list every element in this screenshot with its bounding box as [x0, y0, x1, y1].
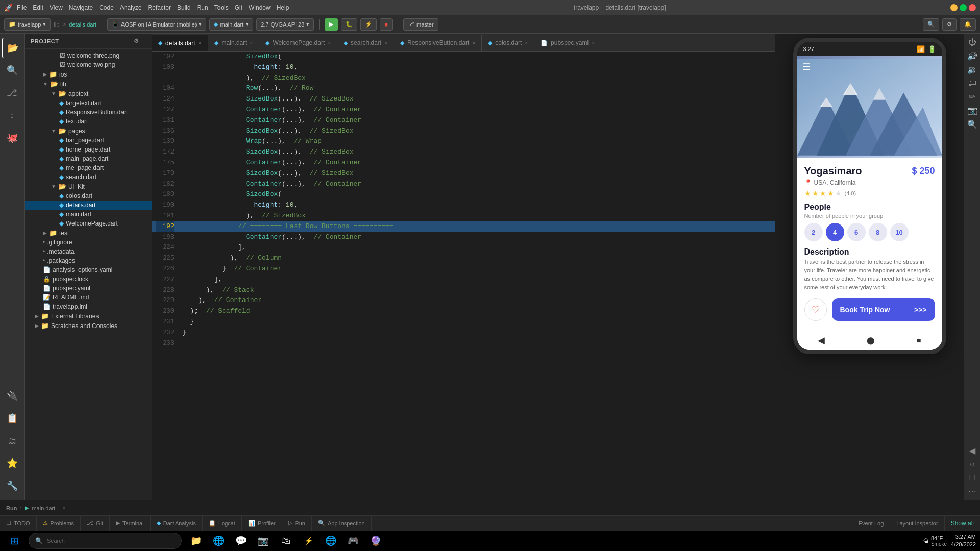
file-home-page[interactable]: ◆ home_page.dart [24, 145, 152, 154]
activity-pull-requests[interactable]: ↕ [2, 105, 22, 126]
taskbar-file-explorer[interactable]: 📁 [186, 533, 206, 549]
back-icon[interactable]: ◀ [969, 446, 975, 456]
tab-git[interactable]: ⎇ Git [81, 516, 110, 531]
tab-search[interactable]: ◆ search.dart × [337, 35, 394, 51]
phone-home-button[interactable]: ⬤ [867, 336, 875, 344]
file-text[interactable]: ◆ text.dart [24, 117, 152, 126]
activity-structure[interactable]: 🗂 [2, 431, 22, 451]
camera-icon[interactable]: 📷 [967, 106, 977, 115]
menu-analyze[interactable]: Analyze [120, 4, 142, 11]
taskbar-camera[interactable]: 📷 [253, 533, 274, 549]
people-btn-10[interactable]: 10 [890, 223, 909, 241]
file-main[interactable]: ◆ main.dart [24, 210, 152, 219]
tab-close-pubspec[interactable]: × [592, 40, 595, 46]
folder-external-libraries[interactable]: ▶ 📁 External Libraries [24, 311, 152, 321]
taskbar-intellij[interactable]: ⚡ [298, 533, 318, 549]
notifications-button[interactable]: 🔔 [960, 18, 976, 31]
tab-close-responsive[interactable]: × [472, 40, 475, 46]
code-editor[interactable]: 102 SizedBox( 103 height: 10, ), // Size… [152, 52, 775, 500]
menu-git[interactable]: Git [235, 4, 242, 11]
circle-icon[interactable]: ○ [970, 460, 975, 469]
activity-explorer[interactable]: 📂 [2, 38, 22, 58]
main-dart-selector[interactable]: ◆ main.dart ▾ [209, 18, 253, 31]
zoom-in-icon[interactable]: 🔍 [967, 119, 977, 129]
settings-button[interactable]: ⚙ [942, 18, 957, 31]
file-search-dart[interactable]: ◆ search.dart [24, 172, 152, 182]
people-btn-4[interactable]: 4 [826, 223, 844, 241]
more-icon[interactable]: ⋯ [968, 486, 976, 496]
folder-scratches[interactable]: ▶ 📁 Scratches and Consoles [24, 321, 152, 331]
tab-terminal[interactable]: ▶ Terminal [110, 516, 151, 531]
file-travelapp-iml[interactable]: 📄 travelapp.iml [24, 302, 152, 311]
tab-layout-inspector[interactable]: Layout Inspector [890, 516, 944, 531]
tab-dart-analysis[interactable]: ◆ Dart Analysis [151, 516, 203, 531]
folder-apptext[interactable]: ▼ 📂 apptext [24, 89, 152, 98]
square-icon[interactable]: □ [970, 473, 975, 482]
file-welcome-two[interactable]: 🖼 welcome-two.png [24, 60, 152, 69]
app-hamburger-icon[interactable]: ☰ [802, 61, 811, 72]
debug-button[interactable]: 🐛 [341, 18, 357, 31]
start-button[interactable]: ⊞ [4, 533, 24, 549]
folder-lib[interactable]: ▼ 📂 lib [24, 79, 152, 89]
menu-view[interactable]: View [50, 4, 63, 11]
taskbar-edge[interactable]: 🌐 [208, 533, 229, 549]
tab-colos[interactable]: ◆ colos.dart × [482, 35, 534, 51]
menu-refactor[interactable]: Refactor [148, 4, 171, 11]
tab-close-search[interactable]: × [384, 40, 387, 46]
activity-project-manager[interactable]: 📋 [2, 408, 22, 429]
menu-file[interactable]: File [17, 4, 27, 11]
tab-close-welcome[interactable]: × [328, 40, 331, 46]
people-btn-6[interactable]: 6 [847, 223, 866, 241]
device-selector[interactable]: 📱 AOSP on IA Emulator (mobile) ▾ [107, 18, 206, 31]
tab-event-log[interactable]: Event Log [852, 516, 891, 531]
taskbar-chrome[interactable]: 🌐 [321, 533, 341, 549]
file-responsivebutton[interactable]: ◆ ResponsiveButton.dart [24, 108, 152, 117]
menu-window[interactable]: Window [249, 4, 271, 11]
file-details-active[interactable]: ◆ details.dart [24, 201, 152, 210]
minimize-button[interactable] [950, 4, 958, 11]
taskbar-search-bar[interactable]: 🔍 Search [29, 533, 182, 549]
tab-run[interactable]: ▷ Run [282, 516, 312, 531]
volume-down-icon[interactable]: 🔉 [967, 65, 977, 74]
tab-profiler[interactable]: 📊 Profiler [242, 516, 282, 531]
tab-main-dart[interactable]: ◆ main.dart × [208, 35, 260, 51]
file-readme[interactable]: 📝 README.md [24, 293, 152, 302]
folder-ios[interactable]: ▶ 📁 ios [24, 69, 152, 79]
activity-build-variants[interactable]: 🔧 [2, 475, 22, 496]
book-trip-button[interactable]: Book Trip Now >>> [832, 298, 935, 321]
phone-recents-button[interactable]: ■ [917, 336, 921, 344]
file-pubspec-yaml[interactable]: 📄 pubspec.yaml [24, 284, 152, 293]
tab-close-colos[interactable]: × [525, 40, 528, 46]
close-run-icon[interactable]: × [62, 505, 65, 511]
file-packages[interactable]: • .packages [24, 256, 152, 265]
taskbar-clock[interactable]: 3:27 AM 4/20/2022 [951, 533, 976, 549]
menu-run[interactable]: Run [197, 4, 208, 11]
people-btn-8[interactable]: 8 [869, 223, 887, 241]
folder-ui-kit[interactable]: ▼ 📂 Ui_Kit [24, 182, 152, 191]
tab-problems[interactable]: ⚠ Problems [37, 516, 81, 531]
folder-pages[interactable]: ▼ 📂 pages [24, 126, 152, 136]
menu-code[interactable]: Code [99, 4, 114, 11]
sdk-selector[interactable]: 2.7 QVGA API 28 ▾ [256, 18, 314, 31]
tab-app-inspection[interactable]: 🔍 App Inspection [312, 516, 372, 531]
git-info[interactable]: ⎇ master [403, 18, 438, 31]
maximize-button[interactable] [960, 4, 967, 11]
tag-icon[interactable]: 🏷 [968, 79, 976, 88]
tab-logcat[interactable]: 📋 Logcat [203, 516, 242, 531]
taskbar-app10[interactable]: 🔮 [365, 533, 386, 549]
sidebar-settings-icon[interactable]: ⚙ [134, 38, 139, 44]
tab-todo[interactable]: ☐ TODO [0, 516, 37, 531]
tab-pubspec[interactable]: 📄 pubspec.yaml × [534, 35, 601, 51]
run-button[interactable]: ▶ [325, 18, 338, 31]
menu-navigate[interactable]: Navigate [69, 4, 93, 11]
menu-tools[interactable]: Tools [214, 4, 229, 11]
tab-close-main[interactable]: × [250, 40, 253, 46]
menu-build[interactable]: Build [177, 4, 191, 11]
project-selector[interactable]: 📁 travelapp ▾ [4, 18, 51, 31]
file-bar-page[interactable]: ◆ bar_page.dart [24, 136, 152, 145]
file-largetext[interactable]: ◆ largetext.dart [24, 98, 152, 108]
hot-reload-button[interactable]: ⚡ [360, 18, 377, 31]
file-metadata[interactable]: • .metadata [24, 247, 152, 256]
tab-welcomepage[interactable]: ◆ WelcomePage.dart × [259, 35, 337, 51]
activity-github[interactable]: 🐙 [2, 128, 22, 148]
